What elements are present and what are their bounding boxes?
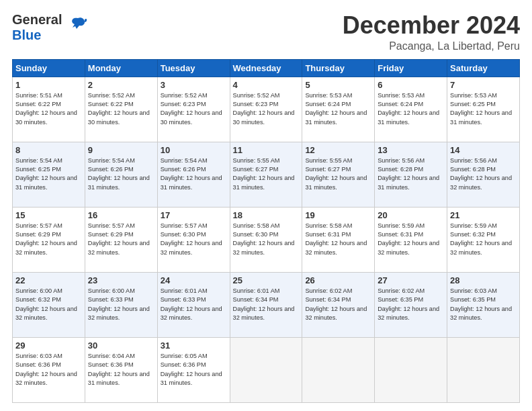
day-number: 23 (88, 275, 154, 285)
calendar-week-row: 1Sunrise: 5:51 AMSunset: 6:22 PMDaylight… (13, 77, 520, 142)
page: General Blue December 2024 Pacanga, La L… (0, 0, 532, 411)
title-block: December 2024 Pacanga, La Libertad, Peru (343, 12, 520, 52)
calendar-cell (447, 337, 520, 402)
day-number: 11 (233, 145, 300, 155)
calendar-cell: 18Sunrise: 5:58 AMSunset: 6:30 PMDayligh… (230, 207, 302, 272)
day-number: 27 (378, 275, 444, 285)
day-number: 24 (161, 275, 227, 285)
calendar-cell: 28Sunrise: 6:03 AMSunset: 6:35 PMDayligh… (447, 272, 520, 337)
day-info: Sunrise: 5:58 AMSunset: 6:31 PMDaylight:… (305, 222, 371, 257)
day-info: Sunrise: 6:00 AMSunset: 6:32 PMDaylight:… (15, 287, 82, 322)
calendar-cell: 2Sunrise: 5:52 AMSunset: 6:22 PMDaylight… (85, 77, 157, 142)
day-info: Sunrise: 5:54 AMSunset: 6:25 PMDaylight:… (15, 156, 82, 192)
day-number: 19 (305, 210, 371, 220)
day-info: Sunrise: 5:56 AMSunset: 6:28 PMDaylight:… (378, 156, 444, 192)
calendar-cell: 22Sunrise: 6:00 AMSunset: 6:32 PMDayligh… (13, 272, 85, 337)
col-tuesday: Tuesday (157, 59, 230, 77)
calendar-cell: 31Sunrise: 6:05 AMSunset: 6:36 PMDayligh… (157, 337, 230, 402)
day-number: 20 (378, 210, 444, 220)
calendar-cell: 11Sunrise: 5:55 AMSunset: 6:27 PMDayligh… (230, 142, 302, 207)
day-number: 26 (305, 275, 371, 285)
day-info: Sunrise: 6:02 AMSunset: 6:34 PMDaylight:… (305, 287, 371, 322)
day-number: 4 (233, 80, 300, 90)
calendar-cell: 9Sunrise: 5:54 AMSunset: 6:26 PMDaylight… (85, 142, 157, 207)
day-info: Sunrise: 6:03 AMSunset: 6:35 PMDaylight:… (450, 287, 517, 322)
col-monday: Monday (85, 59, 157, 77)
day-number: 9 (88, 145, 154, 155)
day-info: Sunrise: 6:00 AMSunset: 6:33 PMDaylight:… (88, 287, 154, 322)
calendar-cell (375, 337, 447, 402)
day-number: 25 (233, 275, 300, 285)
day-number: 7 (450, 80, 517, 90)
day-info: Sunrise: 5:59 AMSunset: 6:32 PMDaylight:… (450, 222, 517, 257)
day-info: Sunrise: 6:03 AMSunset: 6:36 PMDaylight:… (15, 352, 82, 387)
day-info: Sunrise: 5:53 AMSunset: 6:24 PMDaylight:… (305, 91, 371, 127)
day-number: 18 (233, 210, 300, 220)
calendar-cell: 23Sunrise: 6:00 AMSunset: 6:33 PMDayligh… (85, 272, 157, 337)
day-number: 15 (15, 210, 82, 220)
col-thursday: Thursday (302, 59, 375, 77)
calendar-body: 1Sunrise: 5:51 AMSunset: 6:22 PMDaylight… (13, 77, 520, 402)
day-info: Sunrise: 5:57 AMSunset: 6:29 PMDaylight:… (15, 222, 82, 257)
logo-bird-icon (66, 14, 87, 38)
calendar-week-row: 8Sunrise: 5:54 AMSunset: 6:25 PMDaylight… (13, 142, 520, 207)
day-info: Sunrise: 5:57 AMSunset: 6:30 PMDaylight:… (161, 222, 227, 257)
calendar-cell (230, 337, 302, 402)
calendar-cell (302, 337, 375, 402)
calendar-cell: 17Sunrise: 5:57 AMSunset: 6:30 PMDayligh… (157, 207, 230, 272)
logo: General Blue (12, 12, 87, 43)
day-info: Sunrise: 6:02 AMSunset: 6:35 PMDaylight:… (378, 287, 444, 322)
calendar-cell: 19Sunrise: 5:58 AMSunset: 6:31 PMDayligh… (302, 207, 375, 272)
day-info: Sunrise: 5:54 AMSunset: 6:26 PMDaylight:… (161, 156, 227, 192)
col-sunday: Sunday (13, 59, 85, 77)
calendar-cell: 4Sunrise: 5:52 AMSunset: 6:23 PMDaylight… (230, 77, 302, 142)
logo-blue: Blue (12, 28, 41, 42)
calendar-cell: 20Sunrise: 5:59 AMSunset: 6:31 PMDayligh… (375, 207, 447, 272)
calendar-cell: 16Sunrise: 5:57 AMSunset: 6:29 PMDayligh… (85, 207, 157, 272)
day-info: Sunrise: 5:53 AMSunset: 6:25 PMDaylight:… (450, 91, 517, 127)
calendar-cell: 27Sunrise: 6:02 AMSunset: 6:35 PMDayligh… (375, 272, 447, 337)
day-info: Sunrise: 5:57 AMSunset: 6:29 PMDaylight:… (88, 222, 154, 257)
logo-text: General Blue (12, 12, 62, 43)
calendar-cell: 3Sunrise: 5:52 AMSunset: 6:23 PMDaylight… (157, 77, 230, 142)
day-number: 8 (15, 145, 82, 155)
day-number: 10 (161, 145, 227, 155)
day-number: 2 (88, 80, 154, 90)
calendar-cell: 24Sunrise: 6:01 AMSunset: 6:33 PMDayligh… (157, 272, 230, 337)
day-number: 21 (450, 210, 517, 220)
day-number: 31 (161, 340, 227, 351)
calendar-week-row: 15Sunrise: 5:57 AMSunset: 6:29 PMDayligh… (13, 207, 520, 272)
day-number: 13 (378, 145, 444, 155)
day-info: Sunrise: 5:53 AMSunset: 6:24 PMDaylight:… (378, 91, 444, 127)
calendar-cell: 10Sunrise: 5:54 AMSunset: 6:26 PMDayligh… (157, 142, 230, 207)
calendar-cell: 8Sunrise: 5:54 AMSunset: 6:25 PMDaylight… (13, 142, 85, 207)
calendar-cell: 7Sunrise: 5:53 AMSunset: 6:25 PMDaylight… (447, 77, 520, 142)
day-number: 30 (88, 340, 154, 351)
day-number: 29 (15, 340, 82, 351)
day-number: 14 (450, 145, 517, 155)
day-number: 1 (15, 80, 82, 90)
calendar-cell: 21Sunrise: 5:59 AMSunset: 6:32 PMDayligh… (447, 207, 520, 272)
day-info: Sunrise: 5:52 AMSunset: 6:23 PMDaylight:… (233, 91, 300, 127)
day-info: Sunrise: 5:58 AMSunset: 6:30 PMDaylight:… (233, 222, 300, 257)
day-number: 12 (305, 145, 371, 155)
month-title: December 2024 (343, 12, 520, 39)
day-info: Sunrise: 5:51 AMSunset: 6:22 PMDaylight:… (15, 91, 82, 127)
day-number: 5 (305, 80, 371, 90)
calendar-cell: 26Sunrise: 6:02 AMSunset: 6:34 PMDayligh… (302, 272, 375, 337)
day-info: Sunrise: 5:55 AMSunset: 6:27 PMDaylight:… (233, 156, 300, 192)
logo-general: General (12, 12, 62, 27)
day-info: Sunrise: 5:59 AMSunset: 6:31 PMDaylight:… (378, 222, 444, 257)
day-info: Sunrise: 6:01 AMSunset: 6:33 PMDaylight:… (161, 287, 227, 322)
calendar-week-row: 29Sunrise: 6:03 AMSunset: 6:36 PMDayligh… (13, 337, 520, 402)
calendar-cell: 6Sunrise: 5:53 AMSunset: 6:24 PMDaylight… (375, 77, 447, 142)
calendar-cell: 12Sunrise: 5:55 AMSunset: 6:27 PMDayligh… (302, 142, 375, 207)
col-wednesday: Wednesday (230, 59, 302, 77)
calendar-header-row: Sunday Monday Tuesday Wednesday Thursday… (13, 59, 520, 77)
day-info: Sunrise: 5:56 AMSunset: 6:28 PMDaylight:… (450, 156, 517, 192)
day-info: Sunrise: 6:01 AMSunset: 6:34 PMDaylight:… (233, 287, 300, 322)
day-info: Sunrise: 5:55 AMSunset: 6:27 PMDaylight:… (305, 156, 371, 192)
calendar-cell: 1Sunrise: 5:51 AMSunset: 6:22 PMDaylight… (13, 77, 85, 142)
calendar-cell: 13Sunrise: 5:56 AMSunset: 6:28 PMDayligh… (375, 142, 447, 207)
day-number: 6 (378, 80, 444, 90)
